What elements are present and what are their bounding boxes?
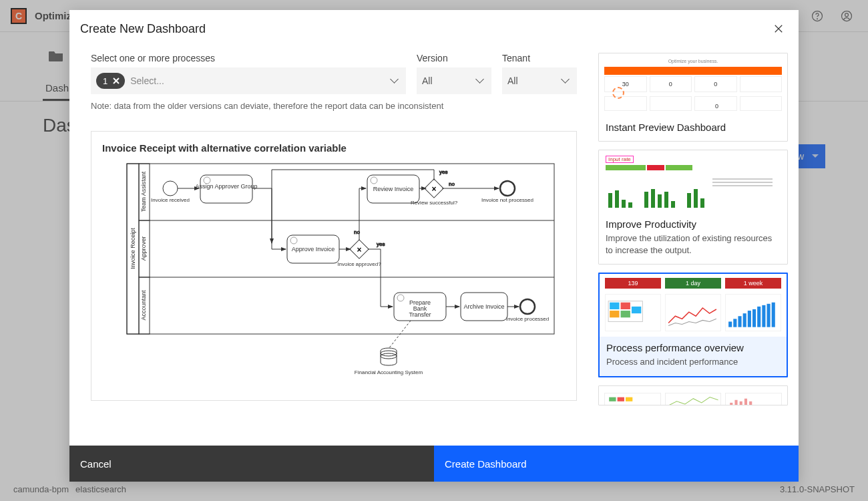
process-select[interactable]: 1 Select... — [91, 67, 406, 94]
modal-title: Create New Dashboard — [80, 22, 206, 36]
svg-rect-70 — [772, 303, 775, 327]
modal-header: Create New Dashboard — [69, 10, 799, 47]
tenant-select[interactable]: All — [502, 67, 577, 94]
svg-text:Invoice processed: Invoice processed — [506, 316, 549, 322]
svg-rect-74 — [730, 403, 733, 405]
process-chip-count: 1 — [103, 76, 107, 86]
svg-rect-75 — [735, 399, 738, 404]
tenant-value: All — [507, 75, 518, 86]
svg-rect-73 — [626, 397, 632, 401]
svg-text:×: × — [357, 245, 361, 255]
svg-rect-76 — [740, 401, 742, 404]
svg-rect-67 — [757, 307, 761, 327]
svg-text:Invoice received: Invoice received — [151, 197, 190, 203]
close-icon[interactable] — [769, 19, 788, 38]
template-name: Improve Productivity — [606, 218, 781, 230]
svg-text:Review Invoice: Review Invoice — [373, 186, 414, 192]
version-value: All — [422, 75, 433, 86]
svg-text:×: × — [431, 184, 436, 194]
svg-point-26 — [500, 181, 515, 196]
cancel-button[interactable]: Cancel — [69, 446, 434, 482]
svg-rect-56 — [610, 303, 619, 309]
template-preview: Input rate — [599, 150, 787, 213]
svg-text:Review successful?: Review successful? — [411, 200, 458, 206]
svg-point-39 — [520, 299, 535, 314]
bpmn-diagram: Invoice Receipt Team Assistant Approver … — [102, 160, 566, 387]
svg-rect-57 — [610, 311, 619, 317]
svg-text:yes: yes — [439, 169, 447, 175]
svg-line-55 — [389, 321, 411, 349]
svg-rect-68 — [762, 305, 765, 327]
create-dashboard-button[interactable]: Create Dashboard — [434, 446, 799, 482]
svg-rect-61 — [728, 322, 732, 327]
svg-rect-77 — [744, 398, 747, 404]
svg-text:Team Assistant: Team Assistant — [140, 171, 147, 212]
svg-text:Accountant: Accountant — [140, 290, 147, 321]
template-desc: Process and incident performance — [606, 356, 780, 368]
template-name: Instant Preview Dashboard — [606, 122, 781, 133]
heatmap-icon — [605, 294, 661, 331]
svg-rect-66 — [752, 309, 756, 327]
svg-rect-60 — [632, 307, 641, 313]
create-dashboard-modal: Create New Dashboard Select one or more … — [69, 10, 799, 482]
template-instant-preview[interactable]: Optimize your business. 30 0 0 0 — [598, 53, 788, 142]
svg-rect-58 — [621, 303, 630, 309]
version-select[interactable]: All — [417, 67, 491, 94]
chevron-down-icon — [391, 79, 398, 83]
process-diagram-card: Invoice Receipt with alternative correla… — [91, 131, 577, 401]
svg-text:Invoice approved?: Invoice approved? — [337, 261, 381, 267]
svg-rect-72 — [618, 397, 624, 401]
chevron-down-icon — [562, 79, 569, 83]
svg-rect-62 — [733, 319, 736, 327]
line-chart-icon — [665, 294, 721, 331]
template-list: Optimize your business. 30 0 0 0 — [598, 53, 788, 405]
template-preview — [599, 386, 787, 405]
svg-point-15 — [163, 181, 178, 196]
svg-text:Archive Invoice: Archive Invoice — [463, 303, 504, 310]
process-field-label: Select one or more processes — [91, 53, 406, 63]
version-field-label: Version — [417, 53, 491, 63]
svg-text:no: no — [449, 181, 455, 187]
svg-rect-65 — [748, 311, 751, 327]
version-note: Note: data from the older versions can d… — [91, 101, 577, 111]
template-name: Process performance overview — [606, 342, 780, 353]
diagram-title: Invoice Receipt with alternative correla… — [102, 142, 566, 154]
svg-text:Approve Invoice: Approve Invoice — [292, 246, 335, 253]
svg-text:yes: yes — [377, 241, 385, 247]
template-process-performance[interactable]: Target < All 139 1 day 1 week — [598, 273, 788, 377]
svg-rect-78 — [749, 401, 752, 404]
svg-rect-59 — [621, 311, 630, 317]
tenant-field-label: Tenant — [502, 53, 577, 63]
process-chip[interactable]: 1 — [96, 73, 125, 89]
bar-chart-icon — [608, 186, 778, 208]
bar-chart-icon — [725, 294, 781, 331]
template-desc: Improve the utilization of existing reso… — [606, 232, 781, 256]
template-preview: Target < All 139 1 day 1 week — [600, 274, 787, 337]
template-preview: Optimize your business. 30 0 0 0 — [599, 53, 787, 116]
svg-text:no: no — [354, 229, 360, 235]
svg-rect-69 — [767, 304, 771, 327]
process-placeholder: Select... — [130, 75, 164, 86]
svg-rect-63 — [738, 316, 741, 327]
gear-icon — [612, 87, 624, 99]
modal-footer: Cancel Create Dashboard — [69, 446, 799, 482]
chevron-down-icon — [477, 79, 483, 83]
svg-text:Assign Approver Group: Assign Approver Group — [195, 183, 257, 190]
svg-rect-64 — [743, 313, 746, 327]
svg-text:Invoice not processed: Invoice not processed — [481, 197, 533, 203]
template-improve-productivity[interactable]: Input rate — [598, 150, 788, 265]
chip-remove-icon[interactable] — [112, 76, 121, 86]
svg-rect-71 — [609, 397, 616, 401]
svg-text:Financial Accounting System: Financial Accounting System — [355, 369, 423, 375]
svg-text:Invoice Receipt: Invoice Receipt — [130, 228, 136, 269]
svg-text:Approver: Approver — [140, 236, 147, 261]
template-more[interactable] — [598, 385, 788, 405]
